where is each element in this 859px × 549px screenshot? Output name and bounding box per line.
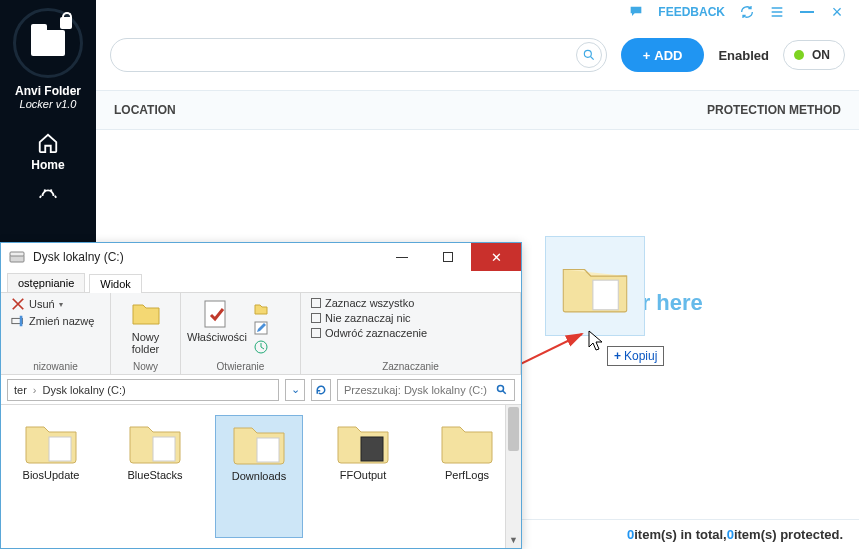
explorer-window: Dysk lokalny (C:) ✕ ostępnianie Widok Us…: [0, 242, 522, 549]
chevron-right-icon: ›: [33, 384, 37, 396]
search-input[interactable]: [127, 48, 576, 63]
col-protection: PROTECTION METHOD: [707, 103, 841, 117]
vertical-scrollbar[interactable]: ▲ ▼: [505, 405, 521, 548]
ribbon-tabs: ostępnianie Widok: [1, 271, 521, 293]
close-icon[interactable]: ×: [829, 4, 845, 20]
total-text: item(s) in total,: [634, 527, 726, 542]
drag-ghost-folder: [545, 236, 645, 336]
search-button[interactable]: [576, 42, 602, 68]
svg-rect-14: [361, 437, 383, 461]
svg-rect-13: [257, 438, 279, 462]
toggle-label: ON: [812, 48, 830, 62]
col-location: LOCATION: [114, 103, 176, 117]
plus-icon: +: [643, 48, 651, 63]
tab-share[interactable]: ostępnianie: [7, 273, 85, 292]
address-bar-row: ter › Dysk lokalny (C:) ⌄: [1, 375, 521, 405]
window-maximize-button[interactable]: [425, 243, 471, 271]
app-name: Anvi Folder: [15, 84, 81, 98]
folder-icon: [23, 419, 79, 465]
feedback-link[interactable]: FEEDBACK: [658, 5, 725, 19]
feedback-icon[interactable]: [628, 4, 644, 20]
breadcrumb-current[interactable]: Dysk lokalny (C:): [43, 384, 126, 396]
nav-home-label: Home: [31, 158, 64, 172]
breadcrumb-segment[interactable]: ter: [14, 384, 27, 396]
refresh-icon[interactable]: [739, 4, 755, 20]
ribbon-rename[interactable]: Zmień nazwę: [11, 314, 94, 328]
new-folder-icon: [130, 297, 162, 329]
total-count: 0: [627, 527, 634, 542]
rename-icon: [11, 314, 25, 328]
svg-rect-11: [49, 437, 71, 461]
ribbon-invert-selection[interactable]: Odwróć zaznaczenie: [311, 327, 427, 339]
svg-rect-7: [205, 301, 225, 327]
tab-view[interactable]: Widok: [89, 274, 142, 293]
ribbon-group-open: Otwieranie: [191, 359, 290, 372]
toggle-indicator-icon: [794, 50, 804, 60]
search-icon: [496, 384, 508, 396]
explorer-search-input[interactable]: [344, 384, 490, 396]
explorer-titlebar[interactable]: Dysk lokalny (C:) ✕: [1, 243, 521, 271]
scroll-thumb[interactable]: [508, 407, 519, 451]
enabled-label: Enabled: [718, 48, 769, 63]
add-label: ADD: [654, 48, 682, 63]
window-minimize-button[interactable]: [379, 243, 425, 271]
scroll-down-icon[interactable]: ▼: [506, 532, 521, 548]
ribbon-properties[interactable]: Właściwości: [191, 297, 243, 343]
ribbon-delete[interactable]: Usuń▾: [11, 297, 63, 311]
folder-icon: [231, 420, 287, 466]
cursor-icon: [588, 330, 604, 352]
folder-icon: [127, 419, 183, 465]
folder-item[interactable]: BiosUpdate: [7, 415, 95, 538]
minimize-icon[interactable]: [799, 4, 815, 20]
plus-icon: +: [614, 349, 621, 363]
address-bar[interactable]: ter › Dysk lokalny (C:): [7, 379, 279, 401]
folder-item[interactable]: FFOutput: [319, 415, 407, 538]
menu-icon[interactable]: [769, 4, 785, 20]
address-dropdown[interactable]: ⌄: [285, 379, 305, 401]
anvi-topbar: FEEDBACK ×: [96, 0, 859, 24]
explorer-search[interactable]: [337, 379, 515, 401]
enable-toggle[interactable]: ON: [783, 40, 845, 70]
refresh-icon: [315, 384, 327, 396]
explorer-title: Dysk lokalny (C:): [33, 250, 371, 264]
anvi-toolbar: + ADD Enabled ON: [96, 24, 859, 91]
delete-icon: [11, 297, 25, 311]
ribbon-group-select: Zaznaczanie: [311, 359, 510, 372]
svg-rect-6: [20, 316, 23, 327]
explorer-content: BiosUpdate BlueStacks Downloads FFOutput…: [1, 405, 521, 548]
protected-text: item(s) protected.: [734, 527, 843, 542]
ribbon-select-none[interactable]: Nie zaznaczaj nic: [311, 312, 411, 324]
app-version: Locker v1.0: [20, 98, 77, 110]
svg-point-10: [498, 385, 504, 391]
refresh-button[interactable]: [311, 379, 331, 401]
svg-point-0: [584, 50, 591, 57]
svg-rect-12: [153, 437, 175, 461]
drive-icon: [9, 249, 25, 265]
folder-label: Downloads: [218, 470, 300, 482]
home-icon: [37, 132, 59, 154]
ribbon-select-all[interactable]: Zaznacz wszystko: [311, 297, 414, 309]
nav-home[interactable]: Home: [31, 132, 64, 172]
folder-item-selected[interactable]: Downloads: [215, 415, 303, 538]
ribbon-group-organize: nizowanie: [11, 359, 100, 372]
folder-item[interactable]: BlueStacks: [111, 415, 199, 538]
folder-grid[interactable]: BiosUpdate BlueStacks Downloads FFOutput…: [1, 405, 521, 548]
folder-item[interactable]: PerfLogs: [423, 415, 511, 538]
folder-label: BlueStacks: [113, 469, 197, 481]
window-close-button[interactable]: ✕: [471, 243, 521, 271]
app-logo: [13, 8, 83, 78]
ribbon: Usuń▾ Zmień nazwę nizowanie Nowy folder …: [1, 293, 521, 375]
add-button[interactable]: + ADD: [621, 38, 705, 72]
checkbox-icon: [311, 313, 321, 323]
properties-icon: [201, 297, 233, 329]
edit-icon[interactable]: [253, 320, 269, 336]
protected-count: 0: [727, 527, 734, 542]
folder-label: FFOutput: [321, 469, 405, 481]
checkbox-icon: [311, 298, 321, 308]
open-icon[interactable]: [253, 301, 269, 317]
folder-label: BiosUpdate: [9, 469, 93, 481]
history-icon[interactable]: [253, 339, 269, 355]
ribbon-new-folder[interactable]: Nowy folder: [121, 297, 170, 355]
nav-settings[interactable]: [37, 188, 59, 202]
copy-tooltip: + Kopiuj: [607, 346, 664, 366]
